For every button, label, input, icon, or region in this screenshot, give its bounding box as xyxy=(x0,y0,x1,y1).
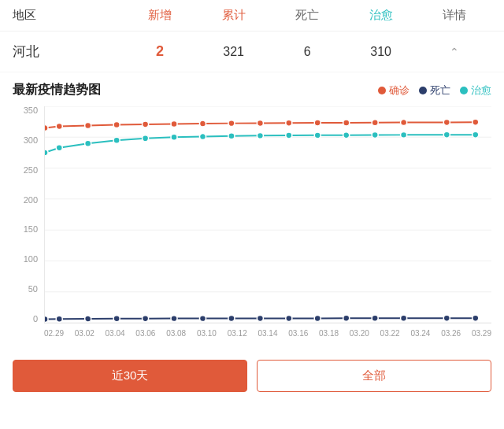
svg-point-34 xyxy=(314,132,321,139)
svg-point-30 xyxy=(199,134,206,140)
svg-point-11 xyxy=(113,121,120,128)
svg-point-21 xyxy=(401,120,407,126)
svg-point-38 xyxy=(443,131,450,138)
x-label-0314: 03.14 xyxy=(258,329,277,338)
svg-point-9 xyxy=(56,123,62,129)
x-label-0229: 02.29 xyxy=(44,329,64,338)
svg-point-41 xyxy=(56,316,62,322)
svg-point-24 xyxy=(45,150,48,156)
svg-point-53 xyxy=(401,315,407,321)
svg-point-36 xyxy=(372,131,378,138)
svg-point-50 xyxy=(314,315,321,321)
new-value: 2 xyxy=(123,43,197,60)
svg-point-20 xyxy=(372,120,378,126)
y-label-250: 250 xyxy=(24,166,38,175)
death-label: 死亡 xyxy=(430,83,450,98)
svg-point-37 xyxy=(401,131,407,138)
x-label-0318: 03.18 xyxy=(319,329,339,338)
x-label-0308: 03.08 xyxy=(166,329,186,338)
header-cumulative: 累计 xyxy=(197,8,271,23)
header-region: 地区 xyxy=(13,8,123,23)
legend-confirmed: 确诊 xyxy=(378,83,410,98)
header-row: 地区 新增 累计 死亡 治愈 详情 xyxy=(0,0,504,31)
svg-point-23 xyxy=(472,119,479,125)
cumulative-value: 321 xyxy=(197,45,271,59)
svg-point-8 xyxy=(45,125,48,131)
chevron-up-icon[interactable]: ⌃ xyxy=(417,46,491,58)
y-label-350: 350 xyxy=(24,106,38,115)
recent-button[interactable]: 近30天 xyxy=(13,360,247,392)
chart-container: 350 300 250 200 150 100 50 0 xyxy=(13,106,491,342)
y-label-200: 200 xyxy=(24,196,38,205)
svg-point-49 xyxy=(286,315,292,321)
svg-point-43 xyxy=(113,316,120,322)
svg-point-10 xyxy=(85,122,91,128)
svg-point-42 xyxy=(85,316,91,322)
x-label-0304: 03.04 xyxy=(106,329,125,338)
x-label-0312: 03.12 xyxy=(228,329,247,338)
svg-point-55 xyxy=(472,315,479,321)
x-label-0306: 03.06 xyxy=(135,329,155,338)
chart-legend: 确诊 死亡 治愈 xyxy=(378,83,491,98)
svg-point-48 xyxy=(257,316,263,322)
svg-point-29 xyxy=(171,134,177,140)
svg-point-51 xyxy=(343,315,350,321)
y-label-100: 100 xyxy=(24,255,38,264)
x-label-0326: 03.26 xyxy=(441,329,461,338)
svg-point-31 xyxy=(228,133,235,139)
svg-point-22 xyxy=(443,119,450,125)
chart-section: 最新疫情趋势图 确诊 死亡 治愈 350 300 250 200 150 100 xyxy=(0,72,504,352)
all-button[interactable]: 全部 xyxy=(257,360,491,392)
y-label-50: 50 xyxy=(28,285,38,294)
svg-point-27 xyxy=(113,137,120,143)
y-label-300: 300 xyxy=(24,136,38,145)
header-death: 死亡 xyxy=(270,8,344,23)
header-new: 新增 xyxy=(123,8,197,23)
svg-point-26 xyxy=(85,140,91,146)
y-axis: 350 300 250 200 150 100 50 0 xyxy=(13,106,41,324)
svg-point-47 xyxy=(228,316,235,322)
header-detail: 详情 xyxy=(417,8,491,23)
recover-value: 310 xyxy=(344,45,418,59)
chart-area xyxy=(44,106,491,324)
x-label-0324: 03.24 xyxy=(410,329,430,338)
y-label-0: 0 xyxy=(33,315,38,324)
svg-point-17 xyxy=(286,120,292,126)
svg-point-39 xyxy=(472,131,479,138)
svg-point-28 xyxy=(143,135,149,142)
svg-point-35 xyxy=(343,132,350,139)
svg-point-44 xyxy=(143,316,149,322)
x-label-0322: 03.22 xyxy=(380,329,400,338)
svg-point-12 xyxy=(143,121,149,128)
death-dot xyxy=(419,87,427,94)
legend-death: 死亡 xyxy=(419,83,450,98)
svg-point-25 xyxy=(56,145,62,151)
x-label-0320: 03.20 xyxy=(350,329,369,338)
x-label-0329: 03.29 xyxy=(472,329,491,338)
svg-point-54 xyxy=(443,315,450,321)
buttons-row: 近30天 全部 xyxy=(0,352,504,400)
region-label: 河北 xyxy=(13,43,123,61)
svg-point-32 xyxy=(257,132,263,139)
svg-point-40 xyxy=(45,316,48,323)
svg-point-33 xyxy=(286,132,292,139)
chart-header: 最新疫情趋势图 确诊 死亡 治愈 xyxy=(13,82,491,98)
data-row[interactable]: 河北 2 321 6 310 ⌃ xyxy=(0,31,504,72)
legend-recover: 治愈 xyxy=(460,83,491,98)
death-value: 6 xyxy=(270,45,344,59)
confirmed-dot xyxy=(378,87,386,94)
svg-point-16 xyxy=(257,120,263,126)
svg-point-52 xyxy=(372,315,378,321)
recover-label: 治愈 xyxy=(471,83,491,98)
header-recover: 治愈 xyxy=(344,8,418,23)
svg-point-13 xyxy=(171,120,177,127)
x-label-0302: 03.02 xyxy=(75,329,94,338)
svg-point-45 xyxy=(171,316,177,322)
x-label-0316: 03.16 xyxy=(288,329,308,338)
svg-point-15 xyxy=(228,120,235,127)
confirmed-label: 确诊 xyxy=(389,83,410,98)
x-axis: 02.29 03.02 03.04 03.06 03.08 03.10 03.1… xyxy=(44,324,491,342)
svg-point-14 xyxy=(199,120,206,127)
chart-title: 最新疫情趋势图 xyxy=(13,82,101,98)
svg-point-18 xyxy=(314,120,321,126)
